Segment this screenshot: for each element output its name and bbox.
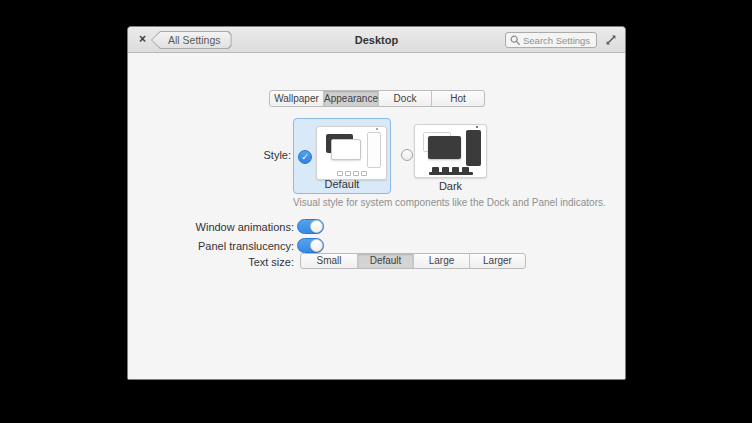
text-size-small-button[interactable]: Small bbox=[301, 254, 357, 268]
preview-indicator-dot bbox=[476, 126, 478, 128]
search-input[interactable] bbox=[523, 35, 592, 46]
panel-translucency-label: Panel translucency: bbox=[131, 240, 294, 252]
maximize-icon[interactable] bbox=[604, 33, 618, 47]
preview-panel bbox=[466, 130, 481, 166]
toggle-knob bbox=[310, 239, 323, 252]
toggle-knob bbox=[310, 220, 323, 233]
tab-dock[interactable]: Dock bbox=[378, 91, 431, 106]
preview-panel bbox=[367, 132, 381, 168]
dark-style-preview[interactable] bbox=[414, 124, 487, 178]
text-size-larger-button[interactable]: Larger bbox=[469, 254, 525, 268]
search-icon bbox=[510, 35, 520, 45]
default-option-label: Default bbox=[294, 178, 390, 190]
preview-indicator-dot bbox=[376, 128, 378, 130]
window-animations-label: Window animations: bbox=[131, 221, 294, 233]
default-style-preview bbox=[316, 126, 387, 180]
text-size-segmented-control: Small Default Large Larger bbox=[300, 253, 526, 269]
category-tab-bar: Wallpaper Appearance Dock Hot Corners bbox=[269, 90, 485, 107]
search-field[interactable] bbox=[505, 32, 597, 48]
window-animations-toggle[interactable] bbox=[297, 219, 324, 234]
radio-unchecked-icon[interactable] bbox=[401, 149, 413, 161]
settings-content: Wallpaper Appearance Dock Hot Corners St… bbox=[128, 54, 625, 379]
text-size-large-button[interactable]: Large bbox=[413, 254, 469, 268]
preview-window-front bbox=[428, 136, 461, 159]
panel-translucency-toggle[interactable] bbox=[297, 238, 324, 253]
style-description: Visual style for system components like … bbox=[293, 197, 606, 208]
radio-checked-icon[interactable]: ✓ bbox=[298, 150, 312, 164]
settings-window: × All Settings Desktop bbox=[127, 26, 626, 380]
style-option-default[interactable]: ✓ Default bbox=[293, 118, 391, 194]
text-size-default-button[interactable]: Default bbox=[357, 254, 413, 268]
preview-dock bbox=[429, 167, 473, 175]
tab-hot-corners[interactable]: Hot Corners bbox=[431, 91, 484, 106]
tab-appearance[interactable]: Appearance bbox=[323, 91, 378, 106]
preview-window-front bbox=[331, 139, 361, 160]
header-bar: × All Settings Desktop bbox=[128, 27, 625, 53]
dark-option-label: Dark bbox=[414, 180, 487, 192]
desktop-background: × All Settings Desktop bbox=[0, 0, 752, 423]
text-size-label: Text size: bbox=[131, 256, 294, 268]
preview-dock bbox=[337, 171, 367, 176]
back-button-label: All Settings bbox=[151, 31, 232, 49]
tab-wallpaper[interactable]: Wallpaper bbox=[270, 91, 323, 106]
style-label: Style: bbox=[168, 149, 291, 161]
all-settings-back-button[interactable]: All Settings bbox=[151, 31, 232, 49]
close-icon[interactable]: × bbox=[135, 32, 150, 47]
